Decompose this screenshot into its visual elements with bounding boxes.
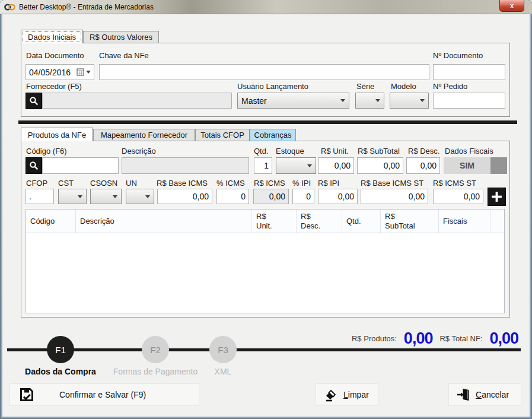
- save-check-icon: [19, 387, 34, 402]
- total-nf-label: R$ Total NF:: [439, 334, 482, 343]
- close-button[interactable]: x: [499, 0, 524, 12]
- num-documento-label: Nº Documento: [433, 51, 483, 60]
- fornecedor-label: Fornecedor (F5): [26, 82, 82, 91]
- icms-label: R$ ICMS: [254, 179, 285, 188]
- cfop-label: CFOP: [26, 179, 47, 188]
- ipi-input[interactable]: [318, 189, 358, 204]
- tab-outros-valores[interactable]: R$ Outros Valores: [83, 31, 159, 43]
- chevron-down-icon: [420, 99, 425, 102]
- dados-fiscais-toggle[interactable]: SIM: [444, 157, 507, 174]
- unit-input[interactable]: [318, 157, 354, 174]
- qtd-label: Qtd.: [254, 147, 269, 155]
- col-unit: R$ Unit.: [252, 210, 297, 233]
- step-f3-label: XML: [215, 367, 232, 376]
- cst-select[interactable]: [58, 189, 87, 204]
- col-subtotal: R$ SubTotal: [381, 210, 439, 233]
- modelo-select[interactable]: [390, 93, 429, 109]
- main-content: Dados Iniciais R$ Outros Valores Data Do…: [2, 14, 530, 417]
- estoque-select[interactable]: [276, 157, 316, 174]
- usuario-select[interactable]: Master: [237, 93, 349, 109]
- subtotal-input[interactable]: [357, 157, 403, 174]
- base-icms-input[interactable]: [157, 189, 212, 204]
- step-progress-line: [7, 348, 521, 351]
- products-table-header: Código Descrição R$ Unit. R$ Desc. Qtd. …: [26, 210, 504, 233]
- num-documento-input[interactable]: [433, 64, 505, 80]
- un-select[interactable]: [126, 189, 154, 204]
- tab-totais-cfop[interactable]: Totais CFOP: [195, 129, 250, 141]
- codigo-input[interactable]: [42, 157, 119, 174]
- codigo-search-button[interactable]: [26, 157, 42, 174]
- codigo-label: Código (F6): [26, 147, 67, 155]
- app-logo-icon: [4, 4, 15, 11]
- serie-select[interactable]: [355, 93, 384, 109]
- tab-dados-iniciais[interactable]: Dados Iniciais: [21, 30, 83, 43]
- search-icon: [28, 96, 39, 106]
- cancelar-button[interactable]: Cancelar: [448, 383, 521, 406]
- total-nf-value: 0,00: [489, 329, 518, 348]
- csosn-label: CSOSN: [90, 179, 117, 188]
- window-title: Better Desktop® - Entrada de Mercadorias: [19, 3, 154, 11]
- add-product-button[interactable]: [488, 188, 506, 206]
- base-icms-st-input[interactable]: [361, 189, 428, 204]
- un-label: UN: [126, 179, 137, 188]
- cst-label: CST: [58, 179, 74, 188]
- produtos-total-label: R$ Produtos:: [352, 334, 397, 343]
- data-documento-label: Data Documento: [26, 51, 84, 60]
- data-documento-picker[interactable]: 04/05/2016: [26, 64, 94, 80]
- desc-label: R$ Desc.: [408, 147, 439, 155]
- section-divider: [18, 120, 517, 124]
- exit-door-icon: [456, 388, 470, 402]
- icms-st-label: R$ ICMS ST: [433, 179, 476, 188]
- cfop-input[interactable]: [26, 189, 54, 204]
- descricao-label: Descrição: [122, 147, 156, 155]
- chevron-down-icon: [78, 195, 82, 198]
- estoque-label: Estoque: [276, 147, 304, 155]
- col-desc: R$ Desc.: [297, 210, 342, 233]
- desc-input[interactable]: [406, 157, 440, 174]
- icms-st-input[interactable]: [433, 189, 483, 204]
- chevron-down-icon: [113, 195, 117, 198]
- modelo-label: Modelo: [391, 82, 416, 91]
- qtd-input[interactable]: [254, 157, 272, 174]
- usuario-label: Usuário Lançamento: [237, 82, 308, 91]
- limpar-button[interactable]: Limpar: [316, 383, 378, 406]
- unit-label: R$ Unit.: [321, 147, 349, 155]
- tab-mapeamento-fornecedor[interactable]: Mapeamento Fornecedor: [93, 129, 195, 141]
- base-icms-st-label: R$ Base ICMS ST: [361, 179, 423, 188]
- step-f1[interactable]: F1: [47, 336, 74, 363]
- produtos-total-value: 0,00: [404, 329, 433, 348]
- chevron-down-icon: [340, 99, 345, 102]
- search-icon: [28, 160, 39, 171]
- step-f3[interactable]: F3: [209, 336, 237, 363]
- pct-ipi-label: % IPI: [292, 179, 311, 188]
- descricao-input: [122, 157, 249, 174]
- num-pedido-label: Nº Pedido: [433, 82, 467, 91]
- products-table: Código Descrição R$ Unit. R$ Desc. Qtd. …: [26, 209, 505, 313]
- tab-cobrancas[interactable]: Cobranças: [250, 129, 296, 141]
- app-window: Better Desktop® - Entrada de Mercadorias…: [0, 0, 532, 419]
- step-f2[interactable]: F2: [142, 336, 169, 363]
- chave-nfe-input[interactable]: [99, 64, 429, 80]
- chevron-down-icon: [375, 99, 380, 102]
- num-pedido-input[interactable]: [433, 93, 505, 109]
- toggle-knob: [490, 157, 507, 174]
- close-icon: x: [510, 2, 514, 10]
- col-fiscais: Fiscais: [439, 210, 490, 233]
- fornecedor-input: [42, 93, 232, 109]
- pct-ipi-input[interactable]: [292, 189, 314, 204]
- subtotal-label: R$ SubTotal: [358, 147, 400, 155]
- pct-icms-input[interactable]: [216, 189, 249, 204]
- calendar-icon: [77, 68, 91, 76]
- col-blank: [490, 210, 504, 233]
- col-descricao: Descrição: [76, 210, 252, 233]
- base-icms-label: R$ Base ICMS: [157, 179, 208, 188]
- fornecedor-search-button[interactable]: [26, 93, 42, 109]
- chevron-down-icon: [307, 164, 312, 167]
- title-bar: Better Desktop® - Entrada de Mercadorias…: [0, 0, 532, 14]
- serie-label: Série: [356, 82, 374, 91]
- csosn-select[interactable]: [90, 189, 122, 204]
- col-qtd: Qtd.: [342, 210, 381, 233]
- tab-produtos-nfe[interactable]: Produtos da NFe: [21, 128, 93, 141]
- confirmar-salvar-button[interactable]: Confirmar e Salvar (F9): [9, 383, 199, 406]
- step-f2-label: Formas de Pagamento: [113, 367, 197, 376]
